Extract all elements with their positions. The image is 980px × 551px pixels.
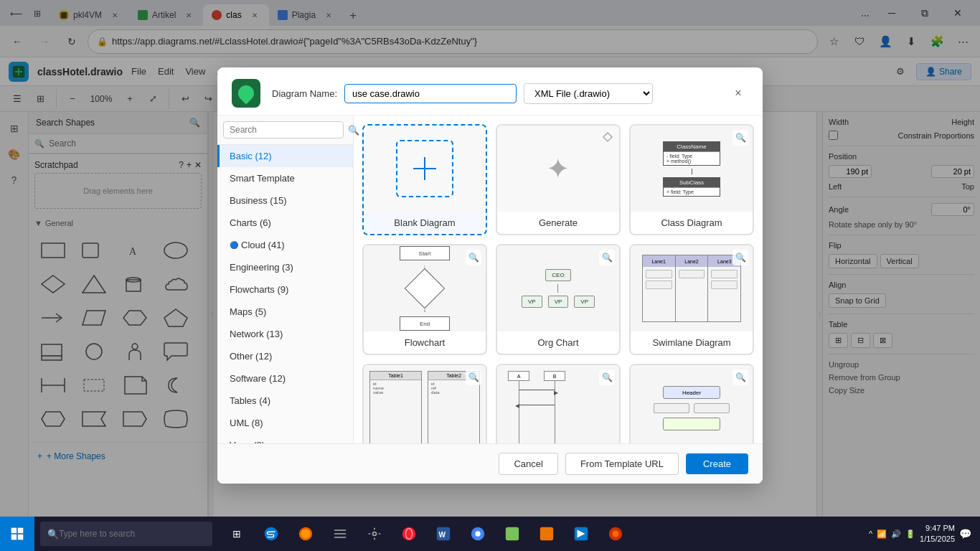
org-line-1: [557, 284, 558, 293]
modal-list-item-flowcharts[interactable]: Flowcharts (9): [217, 278, 353, 301]
svg-point-25: [402, 527, 415, 540]
template-card-sequence[interactable]: 🔍 A B ▶: [496, 364, 621, 443]
modal-list-item-cloud[interactable]: 🔵 Cloud (41): [217, 234, 353, 256]
blank-label: Blank Diagram: [390, 212, 459, 234]
orgchart-label: Org Chart: [533, 331, 583, 354]
template-card-simple[interactable]: 🔍 Header Simple: [629, 364, 754, 443]
new-diagram-modal: Diagram Name: XML File (.drawio)PNG (.pn…: [217, 67, 763, 484]
template-card-generate[interactable]: ✦ Generate: [496, 124, 621, 235]
generate-label: Generate: [534, 212, 582, 234]
class-box-1: ClassName - field: Type+ method(): [663, 141, 720, 166]
tray-chevron-icon[interactable]: ^: [869, 529, 872, 538]
taskbar-icon-firefox[interactable]: [290, 518, 321, 550]
modal-logo: [232, 79, 260, 108]
taskbar-clock[interactable]: 9:47 PM 1/15/2025: [920, 523, 955, 545]
modal-list-item-business[interactable]: Business (15): [217, 189, 353, 212]
svg-rect-21: [11, 534, 17, 540]
taskbar-icon-files[interactable]: [324, 518, 356, 550]
template-card-swimlane[interactable]: 🔍 Lane1 Lane2: [629, 244, 754, 355]
simple-rect-1: Header: [663, 386, 720, 399]
modal-list-item-network[interactable]: Network (13): [217, 323, 353, 345]
tray-volume-icon[interactable]: 🔊: [891, 529, 901, 539]
swimlane-label: Swimlane Diagram: [648, 331, 735, 354]
taskbar-search-area: 🔍: [40, 522, 212, 546]
org-box-mid: VP: [548, 296, 569, 308]
swim-item-2: [646, 281, 672, 289]
modal-list-item-engineering[interactable]: Engineering (3): [217, 256, 353, 278]
taskbar-icon-chrome[interactable]: [462, 518, 494, 550]
taskbar-icon-taskview[interactable]: ⊞: [221, 518, 253, 550]
diagram-format-select[interactable]: XML File (.drawio)PNG (.png)SVG (.svg)HT…: [524, 83, 653, 104]
simple-cols: [654, 403, 730, 413]
svg-rect-32: [540, 527, 553, 540]
seq-arrowhead-2: ◀: [515, 402, 519, 409]
org-box-left: VP: [522, 296, 542, 308]
tray-wifi-icon[interactable]: 📶: [877, 529, 887, 539]
swim-lane-3-body: [708, 267, 740, 321]
modal-list-item-uml[interactable]: UML (8): [217, 412, 353, 434]
taskbar-icon-adb[interactable]: [496, 518, 528, 550]
entity-preview-area: 🔍 Table1 idnamevalue Table2 idrefdata: [364, 365, 486, 443]
seq-arrow-1: [519, 390, 555, 390]
flowchart-preview-area: 🔍 Start ↓ ↓ End: [364, 245, 486, 331]
start-button[interactable]: [0, 517, 34, 551]
template-card-blank[interactable]: Blank Diagram: [362, 124, 487, 235]
flowchart-diagram-preview: Start ↓ ↓ End: [394, 244, 456, 336]
modal-search-input[interactable]: [223, 121, 344, 138]
create-button[interactable]: Create: [686, 453, 748, 474]
modal-category-list: 🔍 Basic (12) Smart Template Business (15…: [217, 116, 354, 443]
taskbar-search-input[interactable]: [59, 529, 205, 539]
tray-battery-icon[interactable]: 🔋: [905, 529, 915, 539]
modal-header: Diagram Name: XML File (.drawio)PNG (.pn…: [217, 67, 763, 116]
cancel-button[interactable]: Cancel: [499, 453, 557, 475]
taskbar-icon-blender[interactable]: [531, 518, 562, 550]
taskbar-icon-opera[interactable]: [393, 518, 425, 550]
swim-item-4: [711, 270, 738, 278]
simple-zoom-icon: 🔍: [732, 369, 748, 385]
taskbar-icon-edge[interactable]: [255, 518, 287, 550]
modal-list-item-software[interactable]: Software (12): [217, 367, 353, 390]
taskbar-icon-vscode[interactable]: [565, 518, 597, 550]
sequence-diagram-preview: A B ▶ ◀: [497, 365, 619, 443]
simple-rect-2: [663, 418, 720, 430]
taskbar-tray: ^ 📶 🔊 🔋 9:47 PM 1/15/2025 💬: [860, 523, 980, 545]
sequence-preview-area: 🔍 A B ▶: [497, 365, 619, 443]
modal-list-item-smart[interactable]: Smart Template: [217, 167, 353, 189]
swim-item-3: [679, 270, 705, 278]
flow-rect-1: Start: [400, 246, 450, 260]
modal-list-item-other[interactable]: Other (12): [217, 345, 353, 367]
diagram-name-label: Diagram Name:: [272, 88, 337, 99]
modal-list-search: 🔍: [217, 116, 353, 145]
tray-notification-icon[interactable]: 💬: [959, 528, 971, 540]
taskbar-icon-settings[interactable]: [359, 518, 390, 550]
class-label: Class Diagram: [656, 212, 726, 234]
modal-list-item-tables[interactable]: Tables (4): [217, 390, 353, 412]
swim-lane-2-body: [676, 267, 708, 321]
svg-rect-19: [11, 528, 17, 534]
modal-list-item-venn[interactable]: Venn (8): [217, 434, 353, 443]
taskbar-icon-firefox2[interactable]: [600, 518, 631, 550]
svg-rect-22: [18, 534, 24, 540]
org-box-top: CEO: [545, 269, 570, 281]
template-card-class[interactable]: 🔍 ClassName - field: Type+ method(): [629, 124, 754, 235]
swimlane-zoom-icon: 🔍: [732, 250, 748, 265]
modal-name-row: Diagram Name: XML File (.drawio)PNG (.pn…: [272, 83, 717, 104]
diagram-name-input[interactable]: [344, 84, 517, 103]
seq-arrow-2: [519, 405, 555, 405]
taskbar: 🔍 ⊞ W: [0, 517, 980, 551]
modal-list-item-charts[interactable]: Charts (6): [217, 212, 353, 234]
svg-point-30: [475, 531, 480, 536]
template-card-entity[interactable]: 🔍 Table1 idnamevalue Table2 idrefdata: [362, 364, 487, 443]
svg-rect-20: [18, 528, 24, 534]
from-template-url-button[interactable]: From Template URL: [565, 453, 679, 475]
class-box-2: SubClass + field: Type: [663, 177, 720, 197]
taskbar-icon-word[interactable]: W: [428, 518, 459, 550]
orgchart-preview-area: 🔍 CEO VP VP VP: [497, 245, 619, 331]
svg-point-24: [373, 532, 377, 536]
modal-close-button[interactable]: ×: [728, 83, 748, 103]
template-card-flowchart[interactable]: 🔍 Start ↓ ↓ End Flowchart: [362, 244, 487, 355]
template-card-orgchart[interactable]: 🔍 CEO VP VP VP Org Char: [496, 244, 621, 355]
modal-list-item-maps[interactable]: Maps (5): [217, 301, 353, 323]
svg-rect-31: [506, 527, 519, 540]
modal-list-item-basic[interactable]: Basic (12): [217, 145, 353, 167]
